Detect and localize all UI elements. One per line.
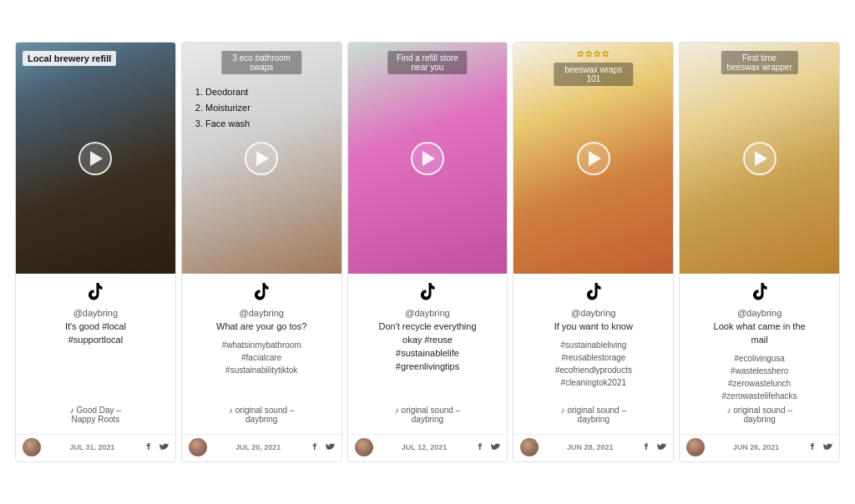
card-footer: JUL 31, 2021 (16, 434, 175, 461)
sound-label: original sound – daybring (357, 406, 499, 424)
avatar-image (686, 438, 705, 456)
card-card1: Local brewery refill @daybringIt's good … (15, 42, 176, 462)
tiktok-icon (357, 282, 499, 305)
list-item: 3. Face wash (195, 116, 250, 132)
video-thumbnail[interactable]: 3 eco bathroom swaps1. Deodorant2. Moist… (182, 43, 341, 274)
card-body: @daybringLook what came in the mail#ecol… (680, 274, 839, 434)
twitter-icon[interactable] (822, 441, 832, 453)
username: @daybring (190, 308, 333, 318)
card-footer: JUL 20, 2021 (182, 434, 341, 461)
caption: What are your go tos? (190, 320, 333, 334)
avatar (520, 438, 539, 456)
video-thumbnail[interactable]: First time beeswax wrapper (680, 43, 839, 274)
tiktok-icon (24, 282, 167, 305)
sound-label: Good Day – Nappy Roots (24, 406, 167, 424)
twitter-icon[interactable] (159, 441, 169, 453)
card-footer: JUL 12, 2021 (348, 434, 508, 461)
username: @daybring (24, 308, 167, 318)
username: @daybring (522, 308, 665, 318)
overlay-label: First time beeswax wrapper (721, 51, 797, 74)
social-share-icons (641, 441, 666, 453)
card-card5: First time beeswax wrapper @daybringLook… (679, 42, 840, 462)
username: @daybring (688, 308, 831, 318)
video-thumbnail[interactable]: Find a refill store near you (348, 43, 508, 274)
caption: Look what came in the mail (688, 320, 831, 347)
avatar-image (23, 438, 41, 456)
username: @daybring (357, 308, 499, 318)
list-item: 1. Deodorant (195, 84, 250, 100)
play-button[interactable] (78, 142, 112, 175)
social-share-icons (310, 441, 335, 453)
play-button[interactable] (411, 142, 444, 175)
avatar-image (520, 438, 539, 456)
overlay-decoration: ✿✿✿✿ (577, 49, 610, 58)
card-footer: JUN 26, 2021 (680, 434, 839, 461)
hashtags: #ecolivingusa #wastelesshero #zerowastel… (688, 352, 831, 402)
hashtags: #sustainableliving #reusablestorage #eco… (522, 339, 665, 389)
facebook-icon[interactable] (475, 441, 485, 453)
twitter-icon[interactable] (656, 441, 666, 453)
avatar (355, 438, 373, 456)
avatar-image (189, 438, 207, 456)
avatar (686, 438, 705, 456)
tiktok-icon (190, 282, 333, 305)
social-share-icons (144, 441, 169, 453)
sound-label: original sound – daybring (522, 406, 665, 424)
overlay-list: 1. Deodorant2. Moisturizer3. Face wash (195, 84, 250, 131)
post-date: JUN 26, 2021 (733, 443, 780, 451)
overlay-label: beeswax wraps 101 (554, 63, 633, 86)
sound-label: original sound – daybring (190, 406, 333, 424)
social-share-icons (807, 441, 832, 453)
video-thumbnail[interactable]: ✿✿✿✿beeswax wraps 101 (514, 43, 673, 274)
play-button[interactable] (245, 142, 278, 175)
post-date: JUN 28, 2021 (567, 443, 614, 451)
card-body: @daybringIf you want to know#sustainable… (514, 274, 673, 434)
twitter-icon[interactable] (325, 441, 335, 453)
card-card4: ✿✿✿✿beeswax wraps 101 @daybringIf you wa… (513, 42, 674, 462)
facebook-icon[interactable] (807, 441, 817, 453)
avatar (189, 438, 207, 456)
post-date: JUL 31, 2021 (69, 443, 114, 451)
card-card3: Find a refill store near you @daybringDo… (347, 42, 508, 462)
overlay-label: 3 eco bathroom swaps (221, 51, 301, 74)
social-share-icons (475, 441, 500, 453)
list-item: 2. Moisturizer (195, 100, 250, 116)
twitter-icon[interactable] (490, 441, 500, 453)
card-footer: JUN 28, 2021 (514, 434, 673, 461)
caption: It's good #local #supportlocal (24, 320, 167, 347)
facebook-icon[interactable] (641, 441, 651, 453)
overlay-label: Local brewery refill (23, 51, 116, 66)
overlay-label: Find a refill store near you (387, 51, 467, 74)
tiktok-icon (688, 282, 831, 305)
play-button[interactable] (577, 142, 610, 175)
card-body: @daybringDon't recycle everything okay #… (348, 274, 508, 434)
avatar (23, 438, 41, 456)
feed-container: Local brewery refill @daybringIt's good … (8, 35, 847, 469)
post-date: JUL 20, 2021 (235, 443, 281, 451)
caption: Don't recycle everything okay #reuse #su… (357, 320, 499, 374)
play-button[interactable] (743, 142, 777, 175)
card-body: @daybringIt's good #local #supportlocalG… (16, 274, 175, 434)
post-date: JUL 12, 2021 (402, 443, 447, 451)
card-card2: 3 eco bathroom swaps1. Deodorant2. Moist… (181, 42, 342, 462)
facebook-icon[interactable] (310, 441, 320, 453)
facebook-icon[interactable] (144, 441, 154, 453)
tiktok-icon (522, 282, 665, 305)
hashtags: #whatsinmybathroom #facialcare #sustaina… (190, 339, 333, 376)
caption: If you want to know (522, 320, 665, 334)
sound-label: original sound – daybring (688, 406, 831, 424)
video-thumbnail[interactable]: Local brewery refill (16, 43, 175, 274)
card-body: @daybringWhat are your go tos?#whatsinmy… (182, 274, 341, 434)
avatar-image (355, 438, 373, 456)
